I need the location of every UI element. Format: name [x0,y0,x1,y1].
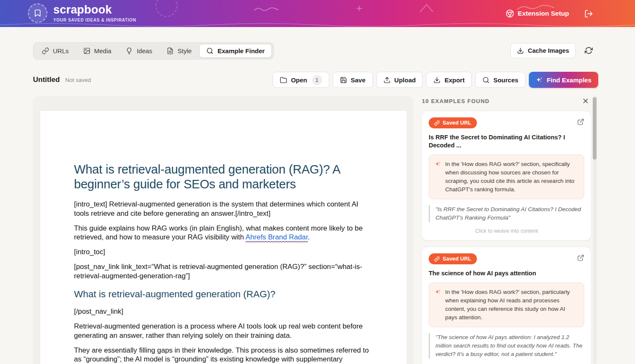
open-count-badge: 1 [312,75,322,85]
paragraph-text: This guide explains how RAG works (in pl… [74,224,363,242]
tab-label: Ideas [137,47,152,54]
tab-urls[interactable]: URLs [35,44,76,58]
card-top-row: Saved URL [429,117,584,128]
upload-icon [383,76,391,84]
tab-label: Media [94,47,112,54]
app-title: scrapbook [53,4,136,16]
external-link-icon [577,254,584,261]
weave-into-content-action[interactable]: Click to weave into content [429,228,584,234]
search-icon [482,76,490,84]
open-button[interactable]: Open 1 [273,72,329,88]
link-icon [42,47,49,54]
tab-example-finder[interactable]: Example Finder [199,44,272,58]
examples-count-label: 10 EXAMPLES FOUND [422,98,490,104]
open-label: Open [291,76,307,84]
example-title: Is RRF the Secret to Dominating AI Citat… [429,133,584,149]
app-tagline: YOUR SAVED IDEAS & INSPIRATION [53,18,136,22]
header-actions: Extension Setup [506,0,593,27]
example-title: The science of how AI pays attention [429,269,584,277]
close-icon [582,97,589,105]
mode-tabs: URLs Media Ideas Style Example Finder [33,42,274,60]
extension-setup-label: Extension Setup [518,10,569,17]
decor-dashed-circle [156,0,178,17]
save-icon [340,76,347,84]
document-paragraph: [intro_text] Retrieval-augmented generat… [74,200,373,218]
document-save-status: Not saved [65,77,91,83]
chrome-icon [506,9,514,18]
folder-icon [280,76,287,84]
document-paragraph: Retrieval-augmented generation is a proc… [74,322,373,340]
saved-url-label: Saved URL [443,120,471,126]
ai-suggestion-box: In the 'How does RAG work?' section, spe… [429,155,584,199]
lightbulb-icon [126,47,133,54]
find-examples-button[interactable]: Find Examples [529,72,598,88]
upload-button[interactable]: Upload [376,72,423,88]
image-icon [83,47,90,54]
document-paragraph: [intro_toc] [74,247,373,257]
document-h2: What is retrieval-augmented generation (… [74,288,373,300]
export-label: Export [444,76,465,84]
decor-squiggle [254,6,279,12]
document-toolbar: Open 1 Save Upload Export Sources Find E… [273,72,598,88]
document-title-row: Untitled Not saved [33,76,91,84]
save-button[interactable]: Save [333,72,373,88]
examples-panel: 10 EXAMPLES FOUND Saved URL Is RRF the S… [422,97,591,364]
external-link-icon [577,118,584,125]
logout-button[interactable] [584,9,593,18]
card-top-row: Saved URL [429,253,584,264]
tab-style[interactable]: Style [160,44,198,58]
spellcheck-squiggle: Ahrefs Brand Radar [246,233,308,241]
example-card[interactable]: Saved URL The science of how AI pays att… [422,247,591,364]
download-icon [517,47,524,54]
app-root: + scrapbook YOUR SAVED IDEAS & INSPIRATI… [0,0,635,364]
sparkles-icon [536,76,543,84]
search-icon [206,47,213,54]
saved-url-label: Saved URL [443,256,471,262]
cache-images-label: Cache Images [528,47,569,54]
link-icon [434,256,440,262]
tab-ideas[interactable]: Ideas [119,44,159,58]
close-panel-button[interactable] [582,97,589,105]
sparkles-icon [435,289,441,295]
example-quote: "The science of how AI pays attention: I… [429,333,584,359]
example-card[interactable]: Saved URL Is RRF the Secret to Dominatin… [422,111,591,241]
document-paragraph: This guide explains how RAG works (in pl… [74,224,373,242]
tab-media[interactable]: Media [77,44,118,58]
decor-plus-sign: + [356,2,362,15]
cache-images-button[interactable]: Cache Images [510,43,576,58]
ahrefs-brand-radar-link[interactable]: Ahrefs Brand Radar [246,233,308,241]
extension-setup-button[interactable]: Extension Setup [506,9,569,18]
ai-suggestion-box: In the 'How does RAG work?' section, par… [429,283,584,327]
export-download-icon [433,76,441,84]
find-examples-label: Find Examples [547,76,591,84]
open-external-button[interactable] [577,254,584,261]
panel-scrollbar-thumb[interactable] [593,97,597,160]
export-button[interactable]: Export [426,72,472,88]
save-label: Save [351,76,366,84]
upload-label: Upload [394,76,416,84]
link-icon [434,120,440,126]
document-paragraph: [post_nav_link link_text=“What is retrie… [74,262,373,280]
sources-button[interactable]: Sources [475,72,526,88]
logout-icon [584,9,593,18]
sparkles-icon [435,161,441,167]
paragraph-text: . [308,233,310,241]
example-quote: "Is RRF the Secret to Dominating AI Cita… [429,205,584,222]
tab-label: Example Finder [217,47,265,54]
suggestion-text: In the 'How does RAG work?' section, spe… [445,160,578,194]
refresh-button[interactable] [585,46,593,54]
document-page[interactable]: What is retrieval-augmented generation (… [40,111,407,364]
decor-caret-shape [419,3,434,13]
app-header: + scrapbook YOUR SAVED IDEAS & INSPIRATI… [0,0,635,27]
bookmark-logo-icon [28,3,47,23]
suggestion-text: In the 'How does RAG work?' section, par… [445,288,578,322]
saved-url-badge: Saved URL [429,253,477,264]
open-external-button[interactable] [577,118,584,125]
document-title: Untitled [33,76,60,84]
editor-area: What is retrieval-augmented generation (… [33,96,413,364]
tab-label: URLs [53,47,69,54]
file-text-icon [167,47,174,54]
document-paragraph: [/post_nav_link] [74,307,373,316]
document-paragraph: They are essentially filling gaps in the… [74,346,373,364]
document-h1: What is retrieval-augmented generation (… [74,162,373,192]
